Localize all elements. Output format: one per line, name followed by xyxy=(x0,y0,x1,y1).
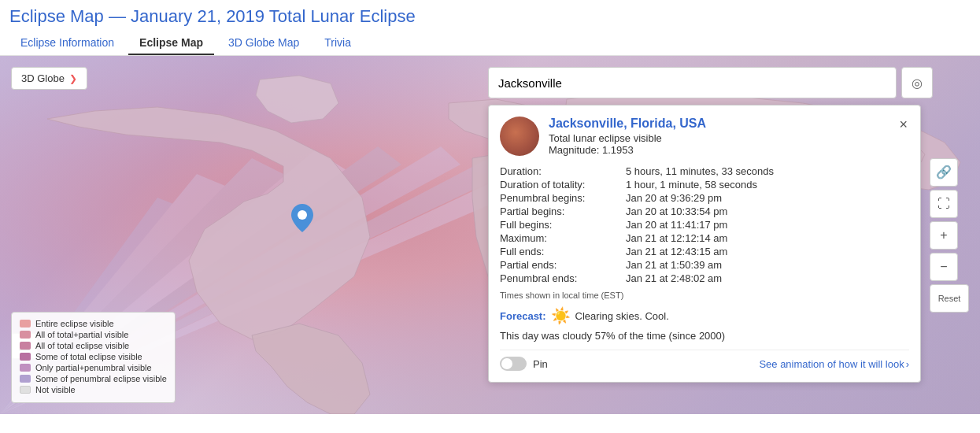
maximum-label: Maximum: xyxy=(500,232,626,244)
animation-arrow-icon: › xyxy=(906,358,909,370)
totality-value: 1 hour, 1 minute, 58 seconds xyxy=(626,179,909,191)
popup-eclipse-type: Total lunar eclipse visible xyxy=(549,132,888,144)
zoom-out-button[interactable]: − xyxy=(930,253,958,281)
magnitude-label: Magnitude: xyxy=(549,144,599,156)
moon-icon xyxy=(500,117,539,156)
legend-item-total-partial: All of total+partial visible xyxy=(20,330,167,339)
svg-point-9 xyxy=(298,210,307,220)
partial-begins-label: Partial begins: xyxy=(500,205,626,217)
animation-text: See animation of how it will look xyxy=(759,358,904,370)
popup-eclipse-data: Duration: 5 hours, 11 minutes, 33 second… xyxy=(500,165,909,284)
reset-button[interactable]: Reset xyxy=(930,284,969,313)
legend-label-penumbral: Some of penumbral eclipse visible xyxy=(35,374,167,383)
toggle-switch[interactable] xyxy=(500,357,527,371)
popup-magnitude: Magnitude: 1.1953 xyxy=(549,144,888,156)
tab-3d-globe-map[interactable]: 3D Globe Map xyxy=(217,31,310,55)
maximum-value: Jan 21 at 12:12:14 am xyxy=(626,232,909,244)
legend-label-total: All of total eclipse visible xyxy=(35,341,129,350)
map-controls: 🔗 ⛶ + − Reset xyxy=(930,158,969,313)
page-title: Eclipse Map — January 21, 2019 Total Lun… xyxy=(9,6,971,27)
map-container: 3D Globe ❯ ☁ Entire eclipse visible All … xyxy=(0,56,980,414)
legend-color-not-visible xyxy=(20,386,31,394)
partial-begins-value: Jan 20 at 10:33:54 pm xyxy=(626,205,909,217)
partial-ends-value: Jan 21 at 1:50:39 am xyxy=(626,259,909,271)
forecast-row: Forecast: ☀️ Clearing skies. Cool. xyxy=(500,306,909,325)
legend-item-total: All of total eclipse visible xyxy=(20,341,167,350)
legend-label-partial-penumbral: Only partial+penumbral visible xyxy=(35,363,152,372)
popup-header: Jacksonville, Florida, USA Total lunar e… xyxy=(500,117,909,156)
legend-item-penumbral: Some of penumbral eclipse visible xyxy=(20,374,167,383)
expand-icon: ⛶ xyxy=(937,197,950,211)
title-plain: Eclipse Map — xyxy=(9,6,131,26)
totality-label: Duration of totality: xyxy=(500,179,626,191)
pin-toggle[interactable]: Pin xyxy=(500,357,548,371)
close-button[interactable]: × xyxy=(897,117,909,133)
link-icon: 🔗 xyxy=(936,165,952,179)
target-icon: ◎ xyxy=(912,76,923,91)
pin-label: Pin xyxy=(533,358,548,370)
legend-color-partial-penumbral xyxy=(20,364,31,372)
penumbral-begins-value: Jan 20 at 9:36:29 pm xyxy=(626,192,909,204)
popup-footer: Pin See animation of how it will look › xyxy=(500,350,909,371)
chevron-right-icon: ❯ xyxy=(69,73,77,84)
legend-item-not-visible: Not visible xyxy=(20,385,167,394)
legend-color-total xyxy=(20,342,31,350)
cloudy-history-text: This day was cloudy 57% of the time (sin… xyxy=(500,330,909,342)
penumbral-ends-value: Jan 21 at 2:48:02 am xyxy=(626,272,909,284)
times-note: Times shown in local time (EST) xyxy=(500,291,909,300)
full-begins-value: Jan 20 at 11:41:17 pm xyxy=(626,219,909,231)
legend-color-some-total xyxy=(20,353,31,361)
full-ends-label: Full ends: xyxy=(500,246,626,257)
link-button[interactable]: 🔗 xyxy=(930,158,958,187)
tab-eclipse-information[interactable]: Eclipse Information xyxy=(9,31,125,55)
magnitude-value: 1.1953 xyxy=(602,144,634,156)
legend-item-some-total: Some of total eclipse visible xyxy=(20,352,167,361)
legend-label-entire: Entire eclipse visible xyxy=(35,319,114,328)
legend-color-entire xyxy=(20,320,31,328)
plus-icon: + xyxy=(940,228,947,242)
globe-label: 3D Globe xyxy=(21,72,65,84)
forecast-description: Clearing skies. Cool. xyxy=(575,310,669,322)
legend-item-partial-penumbral: Only partial+penumbral visible xyxy=(20,363,167,372)
duration-value: 5 hours, 11 minutes, 33 seconds xyxy=(626,165,909,177)
legend-label-some-total: Some of total eclipse visible xyxy=(35,352,142,361)
expand-button[interactable]: ⛶ xyxy=(930,190,958,218)
map-pin-icon xyxy=(291,204,313,232)
popup-title-area: Jacksonville, Florida, USA Total lunar e… xyxy=(549,117,888,156)
forecast-weather-icon: ☀️ xyxy=(551,306,571,325)
reset-label: Reset xyxy=(938,294,961,303)
title-colored: January 21, 2019 Total Lunar Eclipse xyxy=(131,6,416,26)
penumbral-ends-label: Penumbral ends: xyxy=(500,272,626,284)
full-ends-value: Jan 21 at 12:43:15 am xyxy=(626,246,909,257)
tab-eclipse-map[interactable]: Eclipse Map xyxy=(128,31,214,55)
animation-link[interactable]: See animation of how it will look › xyxy=(759,358,909,370)
duration-label: Duration: xyxy=(500,165,626,177)
nav-tabs: Eclipse Information Eclipse Map 3D Globe… xyxy=(9,31,971,55)
search-container: ◎ xyxy=(488,67,933,98)
full-begins-label: Full begins: xyxy=(500,219,626,231)
legend-color-total-partial xyxy=(20,331,31,339)
tab-trivia[interactable]: Trivia xyxy=(313,31,362,55)
minus-icon: − xyxy=(940,260,947,274)
penumbral-begins-label: Penumbral begins: xyxy=(500,192,626,204)
legend-item-entire: Entire eclipse visible xyxy=(20,319,167,328)
location-marker xyxy=(291,204,313,235)
location-info-popup: Jacksonville, Florida, USA Total lunar e… xyxy=(488,105,921,383)
forecast-label: Forecast: xyxy=(500,310,546,322)
legend-label-not-visible: Not visible xyxy=(35,385,76,394)
map-legend: Entire eclipse visible All of total+part… xyxy=(11,312,176,403)
legend-color-penumbral xyxy=(20,375,31,383)
current-location-button[interactable]: ◎ xyxy=(901,67,933,98)
popup-city-name: Jacksonville, Florida, USA xyxy=(549,117,888,131)
partial-ends-label: Partial ends: xyxy=(500,259,626,271)
legend-label-total-partial: All of total+partial visible xyxy=(35,330,128,339)
search-input[interactable] xyxy=(488,67,897,98)
3d-globe-button[interactable]: 3D Globe ❯ xyxy=(11,67,87,90)
zoom-in-button[interactable]: + xyxy=(930,221,958,250)
